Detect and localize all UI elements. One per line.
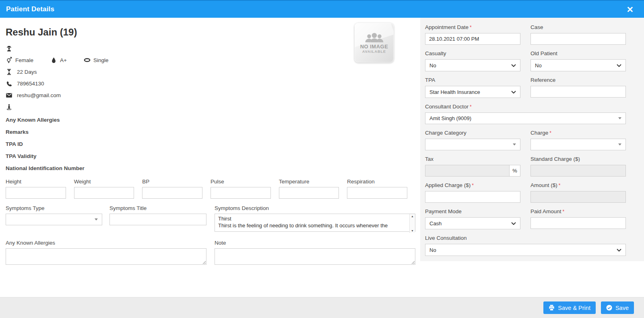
address-person-icon [6,104,12,110]
people-silhouette-icon [365,32,384,44]
gender-icon [6,57,12,63]
blood-group-item: A+ [50,57,67,63]
nin-info-label: National Identification Number [6,165,415,171]
note-textarea[interactable] [215,248,415,265]
tax-label: Tax [425,156,520,162]
casualty-select[interactable]: No [425,59,520,71]
pulse-input[interactable] [211,187,271,199]
close-icon[interactable]: ✕ [626,5,634,14]
consultant-doctor-select[interactable]: Amit Singh (9009) [425,112,626,124]
symptoms-type-label: Symptoms Type [6,205,102,211]
payment-mode-value: Cash [429,220,442,227]
chevron-down-icon [511,222,516,225]
appointment-date-label: Appointment Date [425,24,469,30]
chevron-down-icon [511,64,516,67]
charge-category-label: Charge Category [425,130,520,136]
bp-field-group: BP [142,179,202,199]
save-label: Save [615,305,629,311]
remarks-info-label: Remarks [6,129,415,135]
weight-input[interactable] [74,187,134,199]
percent-addon: % [509,165,520,177]
marital-status-item: Single [84,57,109,63]
weight-field-group: Weight [74,179,134,199]
textarea-scrollbar[interactable]: ▲ ▼ [409,214,415,233]
bp-input[interactable] [142,187,202,199]
phone-row: 789654130 [6,80,415,87]
symptoms-type-select[interactable] [6,214,102,225]
charge-category-group: Charge Category [425,127,520,150]
guardian-row [6,45,415,52]
blood-drop-icon [50,57,57,63]
symptoms-title-input[interactable] [109,214,206,225]
respiration-label: Respiration [347,179,407,185]
patient-name: Reshu Jain (19) [6,27,415,38]
tax-group: Tax % [425,154,520,177]
charge-group: Charge* [530,127,626,150]
payment-mode-label: Payment Mode [425,208,520,214]
amount-input [530,191,626,203]
gender-value: Female [15,57,33,63]
respiration-input[interactable] [347,187,407,199]
caret-down-icon [95,218,98,220]
applied-charge-group: Applied Charge ($)* [425,180,520,203]
allergies-textarea[interactable] [6,248,206,265]
consultant-doctor-value: Amit Singh (9009) [429,115,471,121]
tpa-select[interactable]: Star Health Insurance [425,86,520,98]
old-patient-select[interactable]: No [530,59,626,71]
case-group: Case [530,22,626,45]
save-print-button[interactable]: Save & Print [543,301,596,314]
symptoms-description-textarea[interactable]: Thirst Thirst is the feeling of needing … [215,214,415,232]
charge-category-select[interactable] [425,139,520,150]
vitals-row: Height Weight BP Pulse Temperature Respi… [6,179,415,199]
symptoms-type-group: Symptoms Type [6,205,102,233]
save-button[interactable]: Save [601,301,634,314]
weight-label: Weight [74,179,134,185]
caret-down-icon [618,143,621,145]
applied-charge-label: Applied Charge ($) [425,182,471,188]
note-label: Note [215,240,415,246]
pulse-label: Pulse [211,179,271,185]
bp-label: BP [142,179,202,185]
required-mark: * [470,25,472,30]
height-input[interactable] [6,187,66,199]
paid-amount-input[interactable] [530,217,626,229]
caret-down-icon [513,143,516,145]
appointment-date-input[interactable] [425,33,520,45]
allergies-info-label: Any Known Allergies [6,117,415,123]
no-image-subtext: AVAILABLE [362,50,386,54]
temperature-field-group: Temperature [279,179,339,199]
tax-input [425,165,509,177]
required-mark: * [549,130,551,136]
address-row [6,104,415,110]
temperature-input[interactable] [279,187,339,199]
payment-mode-group: Payment Mode Cash [425,206,520,229]
patient-photo-placeholder: NO IMAGE AVAILABLE [355,23,394,62]
age-value: 22 Days [17,69,37,75]
casualty-value: No [429,62,436,69]
live-consultation-select[interactable]: No [425,244,626,256]
standard-charge-input [530,165,626,177]
applied-charge-input[interactable] [425,191,520,203]
appointment-panel: Appointment Date* Case Casualty No Old P… [420,18,644,261]
tpa-label: TPA [425,77,520,83]
chevron-down-icon [617,249,621,251]
paid-amount-label: Paid Amount [530,208,561,214]
payment-mode-select[interactable]: Cash [425,217,520,229]
scroll-down-icon[interactable]: ▼ [411,229,414,232]
required-mark: * [472,183,474,188]
reference-input[interactable] [530,86,626,98]
allergies-label: Any Known Allergies [6,240,206,246]
scroll-up-icon[interactable]: ▲ [411,215,414,218]
paid-amount-group: Paid Amount* [530,206,626,229]
case-input[interactable] [530,33,626,45]
tpa-id-info-label: TPA ID [6,141,415,147]
email-row: reshu@gmail.com [6,92,415,99]
live-consultation-label: Live Consultation [425,235,626,241]
symptoms-description-group: Symptoms Description Thirst Thirst is th… [215,205,415,233]
casualty-group: Casualty No [425,48,520,71]
charge-select[interactable] [530,139,626,150]
respiration-field-group: Respiration [347,179,407,199]
allergies-note-row: Any Known Allergies Note [6,240,415,266]
temperature-label: Temperature [279,179,339,185]
pulse-field-group: Pulse [211,179,271,199]
